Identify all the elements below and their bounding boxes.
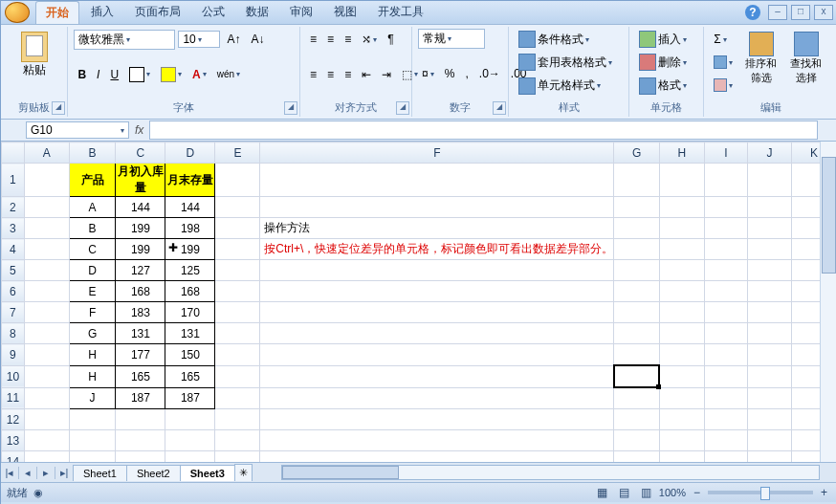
border-button[interactable]: ▾ bbox=[125, 64, 154, 85]
cell-J2[interactable] bbox=[747, 197, 791, 218]
cell-B2[interactable]: A bbox=[69, 197, 116, 218]
tab-开发工具[interactable]: 开发工具 bbox=[368, 1, 433, 24]
cell-C12[interactable] bbox=[116, 409, 165, 430]
cell-A1[interactable] bbox=[24, 164, 69, 197]
cell-D4[interactable]: 199 bbox=[165, 239, 215, 260]
cell-E14[interactable] bbox=[215, 451, 260, 463]
col-header-C[interactable]: C bbox=[116, 142, 165, 164]
cell-E6[interactable] bbox=[215, 281, 260, 302]
cell-C4[interactable]: 199 bbox=[116, 239, 165, 260]
row-header-7[interactable]: 7 bbox=[2, 302, 25, 323]
increase-decimal-button[interactable]: .0→ bbox=[475, 63, 504, 84]
cell-B13[interactable] bbox=[69, 430, 116, 451]
cell-H12[interactable] bbox=[659, 409, 704, 430]
fill-button[interactable]: ▾ bbox=[710, 52, 737, 73]
cell-B12[interactable] bbox=[69, 409, 116, 430]
cell-D13[interactable] bbox=[165, 430, 215, 451]
restore-button[interactable]: □ bbox=[791, 5, 810, 20]
cell-A8[interactable] bbox=[24, 323, 69, 344]
cell-E7[interactable] bbox=[215, 302, 260, 323]
cell-E10[interactable] bbox=[215, 365, 260, 387]
cell-J7[interactable] bbox=[747, 302, 791, 323]
cell-J1[interactable] bbox=[747, 164, 791, 197]
cell-C11[interactable]: 187 bbox=[116, 387, 165, 409]
phonetic-button[interactable]: wén▾ bbox=[213, 64, 244, 85]
cell-C5[interactable]: 127 bbox=[116, 260, 165, 281]
cell-G9[interactable] bbox=[614, 344, 659, 366]
tab-数据[interactable]: 数据 bbox=[236, 1, 278, 24]
cell-A6[interactable] bbox=[24, 281, 69, 302]
cell-D6[interactable]: 168 bbox=[165, 281, 215, 302]
cell-D8[interactable]: 131 bbox=[165, 323, 215, 344]
cell-F8[interactable] bbox=[260, 323, 614, 344]
cell-C14[interactable] bbox=[116, 451, 165, 463]
cell-E4[interactable] bbox=[215, 239, 260, 260]
cell-J10[interactable] bbox=[747, 365, 791, 387]
cell-C13[interactable] bbox=[116, 430, 165, 451]
align-bottom-button[interactable]: ≡ bbox=[341, 29, 355, 50]
wrap-text-button[interactable]: ¶ bbox=[384, 29, 397, 50]
increase-font-button[interactable]: A↑ bbox=[223, 29, 244, 50]
col-header-E[interactable]: E bbox=[215, 142, 260, 164]
cell-D3[interactable]: 198 bbox=[165, 218, 215, 239]
row-header-1[interactable]: 1 bbox=[2, 164, 25, 197]
cell-A9[interactable] bbox=[24, 344, 69, 366]
zoom-out-button[interactable]: − bbox=[690, 482, 704, 503]
sheet-tab-Sheet2[interactable]: Sheet2 bbox=[126, 465, 181, 481]
cell-J14[interactable] bbox=[747, 451, 791, 463]
cell-B4[interactable]: C bbox=[69, 239, 116, 260]
cell-styles-button[interactable]: 单元格样式▾ bbox=[515, 76, 630, 97]
number-launcher[interactable]: ◢ bbox=[493, 101, 506, 115]
cell-E8[interactable] bbox=[215, 323, 260, 344]
cell-G14[interactable] bbox=[614, 451, 659, 463]
view-layout-button[interactable]: ▤ bbox=[615, 482, 633, 503]
cell-F12[interactable] bbox=[260, 409, 614, 430]
fill-color-button[interactable]: ▾ bbox=[157, 64, 186, 85]
cell-B6[interactable]: E bbox=[69, 281, 116, 302]
row-header-2[interactable]: 2 bbox=[2, 197, 25, 218]
autosum-button[interactable]: Σ▾ bbox=[710, 29, 737, 50]
cell-F1[interactable] bbox=[260, 164, 614, 197]
cell-B1[interactable]: 产品 bbox=[69, 164, 116, 197]
bold-button[interactable]: B bbox=[74, 64, 90, 85]
cell-H5[interactable] bbox=[659, 260, 704, 281]
font-color-button[interactable]: A▾ bbox=[188, 64, 210, 85]
cell-H6[interactable] bbox=[659, 281, 704, 302]
cell-E11[interactable] bbox=[215, 387, 260, 409]
cell-C6[interactable]: 168 bbox=[116, 281, 165, 302]
col-header-B[interactable]: B bbox=[69, 142, 116, 164]
cell-A14[interactable] bbox=[24, 451, 69, 463]
col-header-A[interactable]: A bbox=[24, 142, 69, 164]
row-header-5[interactable]: 5 bbox=[2, 260, 25, 281]
row-header-12[interactable]: 12 bbox=[2, 409, 25, 430]
cell-F10[interactable] bbox=[260, 365, 614, 387]
row-header-13[interactable]: 13 bbox=[2, 430, 25, 451]
italic-button[interactable]: I bbox=[93, 64, 103, 85]
cell-E1[interactable] bbox=[215, 164, 260, 197]
cell-J13[interactable] bbox=[747, 430, 791, 451]
horizontal-scrollbar[interactable] bbox=[281, 465, 820, 480]
cell-F6[interactable] bbox=[260, 281, 614, 302]
select-all-cell[interactable] bbox=[2, 142, 25, 164]
cell-A7[interactable] bbox=[24, 302, 69, 323]
cell-C7[interactable]: 183 bbox=[116, 302, 165, 323]
cell-D12[interactable] bbox=[165, 409, 215, 430]
cell-H8[interactable] bbox=[659, 323, 704, 344]
cell-G12[interactable] bbox=[614, 409, 659, 430]
comma-button[interactable]: , bbox=[461, 63, 472, 84]
sheet-tab-Sheet3[interactable]: Sheet3 bbox=[180, 465, 235, 481]
row-header-14[interactable]: 14 bbox=[2, 451, 25, 463]
cell-B10[interactable]: H bbox=[69, 365, 116, 387]
cell-D11[interactable]: 187 bbox=[165, 387, 215, 409]
cell-I12[interactable] bbox=[705, 409, 748, 430]
cell-C1[interactable]: 月初入库量 bbox=[116, 164, 165, 197]
view-pagebreak-button[interactable]: ▥ bbox=[637, 482, 655, 503]
cell-J3[interactable] bbox=[747, 218, 791, 239]
sheet-nav[interactable]: |◂◂▸▸| bbox=[1, 467, 74, 479]
zoom-slider[interactable] bbox=[708, 491, 813, 494]
cell-D10[interactable]: 165 bbox=[165, 365, 215, 387]
cell-F3[interactable]: 操作方法 bbox=[260, 218, 614, 239]
clear-button[interactable]: ▾ bbox=[710, 75, 737, 96]
cell-I9[interactable] bbox=[705, 344, 748, 366]
tab-页面布局[interactable]: 页面布局 bbox=[125, 1, 190, 24]
